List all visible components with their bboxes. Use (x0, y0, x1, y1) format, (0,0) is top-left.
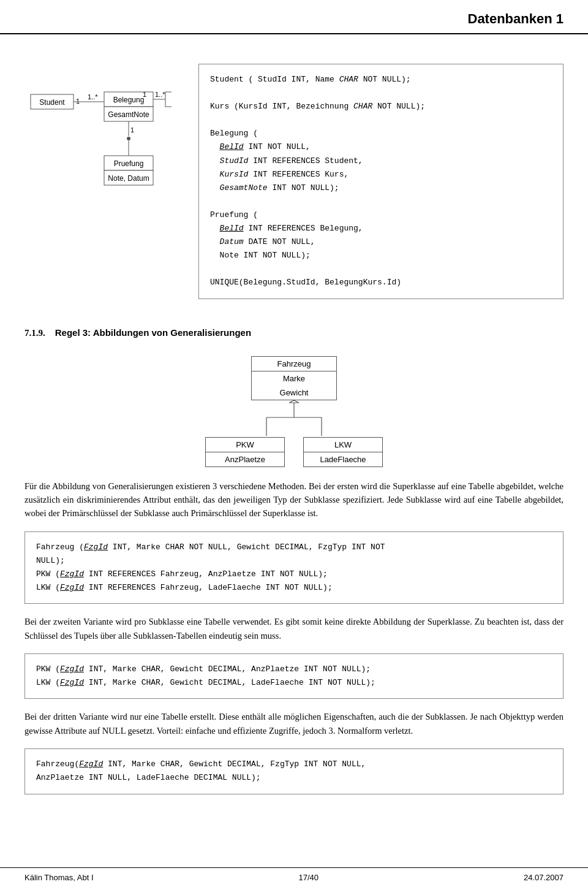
code-line: BelId INT NOT NULL, (210, 140, 552, 154)
svg-text:1..*: 1..* (88, 93, 98, 101)
svg-text:Student: Student (39, 98, 65, 107)
svg-text:1: 1 (130, 126, 134, 134)
generalization-text-1: Für die Abbildung von Generalisierungen … (24, 479, 564, 520)
code-line: Pruefung ( (210, 208, 552, 222)
code-line: Note INT NOT NULL); (210, 249, 552, 262)
page-footer: Kälin Thomas, Abt I 17/40 24.07.2007 (0, 867, 588, 887)
code-line: UNIQUE(Belegung.StudId, BelegungKurs.Id) (210, 276, 552, 289)
content-area: Student 1 1..* Belegung GesamtNote (0, 34, 588, 842)
section-heading-row: 7.1.9. Regel 3: Abbildungen von Generali… (24, 321, 564, 348)
svg-text:Note, Datum: Note, Datum (108, 174, 149, 183)
generalization-text-3: Bei der dritten Variante wird nur eine T… (24, 710, 564, 737)
svg-rect-14 (165, 92, 172, 107)
code-line: GesamtNote INT NOT NULL); (210, 181, 552, 195)
code-line: Kurs (KursId INT, Bezeichnung CHAR NOT N… (210, 100, 552, 113)
erd-svg: Student 1 1..* Belegung GesamtNote (24, 58, 172, 248)
code-line: StudId INT REFERENCES Student, (210, 154, 552, 168)
code-line: NULL); (36, 554, 552, 568)
svg-text:1..*: 1..* (155, 91, 165, 98)
code-line: Student ( StudId INT, Name CHAR NOT NULL… (210, 73, 552, 86)
code-line: KursId INT REFERENCES Kurs, (210, 168, 552, 181)
pkw-attr: AnzPlaetze (206, 452, 284, 466)
intro-section: Student 1 1..* Belegung GesamtNote (24, 53, 564, 310)
code-line: LKW (FzgId INT, Marke CHAR, Gewicht DECI… (36, 676, 552, 690)
code-block-4: Fahrzeug(FzgId INT, Marke CHAR, Gewicht … (24, 748, 564, 794)
code-line: Fahrzeug(FzgId INT, Marke CHAR, Gewicht … (36, 758, 552, 771)
fahrzeug-entity: Fahrzeug Marke Gewicht (251, 356, 337, 400)
svg-text:1: 1 (76, 97, 80, 105)
svg-text:Belegung: Belegung (113, 96, 145, 104)
code-line: Fahrzeug (FzgId INT, Marke CHAR NOT NULL… (36, 541, 552, 554)
intro-code-area: Student ( StudId INT, Name CHAR NOT NULL… (198, 53, 564, 310)
code-line: AnzPlaetze INT NULL, LadeFlaeche DECIMAL… (36, 771, 552, 785)
section-number: 7.1.9. (24, 328, 45, 338)
lkw-header: LKW (304, 438, 382, 452)
code-block-3: PKW (FzgId INT, Marke CHAR, Gewicht DECI… (24, 653, 564, 699)
code-line: Belegung ( (210, 127, 552, 140)
erd-diagram: Student 1 1..* Belegung GesamtNote (24, 53, 184, 250)
pkw-box: PKW AnzPlaetze (205, 437, 285, 467)
fahrzeug-marke: Marke (252, 371, 336, 386)
fahrzeug-gewicht: Gewicht (252, 386, 336, 400)
page: Datenbanken 1 Student 1 1..* (0, 0, 588, 887)
footer-author: Kälin Thomas, Abt I (24, 873, 94, 882)
code-line: LKW (FzgId INT REFERENCES Fahrzeug, Lade… (36, 581, 552, 595)
uml-diagram: Fahrzeug Marke Gewicht PKW (165, 356, 423, 467)
code-block-2: Fahrzeug (FzgId INT, Marke CHAR NOT NULL… (24, 531, 564, 604)
code-line: PKW (FzgId INT REFERENCES Fahrzeug, AnzP… (36, 568, 552, 581)
lkw-box: LKW LadeFlaeche (303, 437, 383, 467)
inheritance-connector (239, 400, 349, 437)
code-line (210, 86, 552, 100)
code-block-1: Student ( StudId INT, Name CHAR NOT NULL… (198, 64, 564, 299)
code-line (210, 195, 552, 208)
lkw-attr: LadeFlaeche (304, 452, 382, 466)
code-line (210, 113, 552, 127)
fahrzeug-header: Fahrzeug (252, 357, 336, 371)
code-line (210, 262, 552, 276)
svg-marker-28 (289, 400, 299, 403)
svg-text:GesamtNote: GesamtNote (108, 110, 149, 119)
pkw-header: PKW (206, 438, 284, 452)
page-header: Datenbanken 1 (0, 0, 588, 34)
generalization-text-2: Bei der zweiten Variante wird pro Subkla… (24, 615, 564, 642)
svg-text:1: 1 (143, 91, 146, 98)
code-line: BelId INT REFERENCES Belegung, (210, 222, 552, 235)
footer-date: 24.07.2007 (524, 873, 564, 882)
subclasses-row: PKW AnzPlaetze LKW LadeFlaeche (205, 437, 383, 467)
svg-point-18 (127, 137, 130, 140)
fahrzeug-box: Fahrzeug Marke Gewicht (251, 356, 337, 400)
svg-text:Pruefung: Pruefung (114, 159, 144, 168)
footer-page: 17/40 (298, 873, 318, 882)
page-title: Datenbanken 1 (468, 11, 564, 27)
code-line: PKW (FzgId INT, Marke CHAR, Gewicht DECI… (36, 663, 552, 676)
section-title: Regel 3: Abbildungen von Generalisierung… (55, 327, 251, 338)
code-line: Datum DATE NOT NULL, (210, 235, 552, 249)
